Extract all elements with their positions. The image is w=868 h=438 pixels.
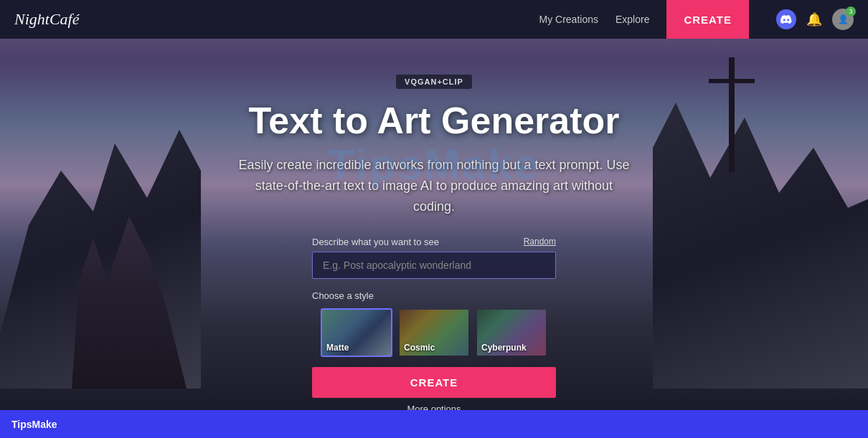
nav-link-my-creations[interactable]: My Creations (539, 14, 598, 25)
hero-content: VQGAN+CLIP Text to Art Generator Easily … (0, 39, 868, 410)
hero-section: TipsMake VQGAN+CLIP Text to Art Generato… (0, 0, 868, 410)
discord-icon[interactable] (776, 9, 796, 29)
style-card-matte[interactable]: Matte (321, 308, 392, 357)
avatar-badge: 3 (846, 6, 856, 16)
prompt-input[interactable] (312, 252, 556, 279)
style-card-cyberpunk[interactable]: Cyberpunk (476, 308, 547, 357)
nav-icons: 🔔 👤 3 (776, 9, 854, 30)
prompt-label-row: Describe what you want to see Random (312, 237, 556, 247)
create-form: Describe what you want to see Random Cho… (312, 237, 556, 410)
more-options-link[interactable]: More options (407, 404, 461, 410)
nav-create-button[interactable]: CREATE (666, 0, 749, 39)
notification-bell-icon[interactable]: 🔔 (806, 11, 822, 27)
nav-link-explore[interactable]: Explore (615, 14, 649, 25)
style-card-cosmic[interactable]: Cosmic (398, 308, 470, 357)
avatar[interactable]: 👤 3 (832, 9, 854, 30)
style-card-matte-label: Matte (326, 343, 349, 353)
random-link[interactable]: Random (524, 237, 556, 247)
hero-title: Text to Art Generator (248, 99, 619, 142)
style-card-cyberpunk-label: Cyberpunk (481, 343, 527, 353)
bottom-bar-text: TipsMake (11, 419, 57, 430)
bottom-bar: TipsMake (0, 410, 868, 438)
hero-description: Easily create incredible artworks from n… (233, 155, 635, 216)
hero-badge: VQGAN+CLIP (396, 75, 472, 89)
style-label: Choose a style (312, 290, 374, 301)
prompt-label: Describe what you want to see (312, 237, 439, 247)
logo: NightCafé (14, 10, 539, 29)
style-card-cosmic-label: Cosmic (404, 343, 435, 353)
navbar: NightCafé My Creations Explore CREATE 🔔 … (0, 0, 868, 39)
create-button[interactable]: CREATE (312, 367, 556, 398)
nav-links: My Creations Explore CREATE 🔔 👤 3 (539, 0, 854, 39)
style-grid: Matte Cosmic Cyberpunk (321, 308, 547, 357)
